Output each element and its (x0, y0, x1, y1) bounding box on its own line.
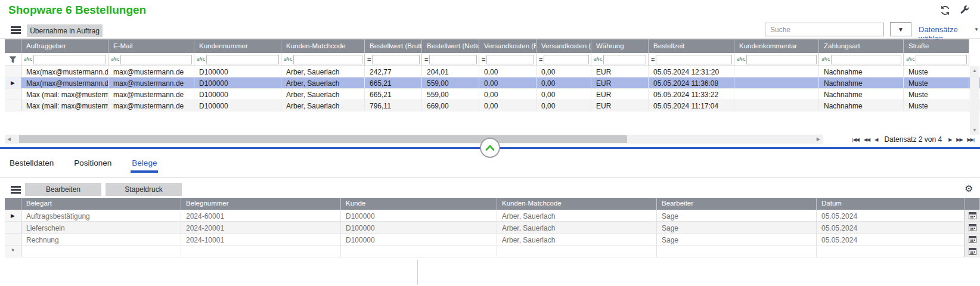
docs-header-marker-cell (5, 198, 21, 210)
wrench-icon[interactable] (960, 5, 969, 16)
scroll-down-icon[interactable]: ▼ (972, 126, 977, 135)
tab-belege[interactable]: Belege (131, 156, 158, 173)
docs-date-picker-3[interactable] (965, 245, 980, 257)
docs-row-marker-3: * (5, 245, 21, 257)
search-input[interactable] (765, 23, 884, 36)
orders-column-header-12[interactable]: Straße (904, 39, 969, 53)
docs-cell: 05.05.2024 (817, 210, 965, 221)
tab-positionen[interactable]: Positionen (73, 156, 113, 173)
orders-column-header-9[interactable]: Bestellzeit (649, 39, 734, 53)
orders-row-3[interactable]: Max (mail: max@musterma...max@mustermann… (5, 100, 980, 111)
equals-filter-icon[interactable]: = (424, 56, 428, 63)
orders-filter-input-10[interactable] (746, 55, 817, 64)
text-filter-icon[interactable]: a%c (284, 57, 292, 62)
text-filter-icon[interactable]: a%c (197, 57, 205, 62)
text-filter-icon[interactable]: a%c (111, 57, 119, 62)
pager-first-button[interactable]: |◀◀ (852, 137, 859, 142)
orders-column-header-1[interactable]: E-Mail (108, 39, 194, 53)
pager-last-button[interactable]: ▶▶| (967, 137, 974, 142)
docs-row-0[interactable]: ▶Auftragsbestätigung2024-60001D100000Arb… (5, 210, 980, 222)
orders-cell: Max (mail: max@musterma... (21, 89, 108, 100)
docs-column-header-5[interactable]: Datum (817, 198, 965, 210)
collapse-panel-button[interactable] (480, 138, 500, 158)
edit-button[interactable]: Bearbeiten (25, 183, 101, 196)
orders-column-header-8[interactable]: Währung (591, 39, 649, 53)
docs-cell: Arber, Sauerlach (497, 222, 657, 233)
orders-horizontal-scrollbar[interactable]: ◀ ▶ (5, 135, 823, 144)
equals-filter-icon[interactable]: = (367, 56, 371, 63)
orders-filter-input-8[interactable] (603, 55, 646, 64)
orders-cell: EUR (591, 77, 649, 88)
search-filter-dropdown-button[interactable]: ▼ (890, 22, 911, 36)
docs-row-2[interactable]: Rechnung2024-10001D100000Arber, Sauerlac… (5, 234, 980, 245)
orders-column-header-5[interactable]: Bestellwert (Netto) (422, 39, 479, 53)
tab-bestelldaten[interactable]: Bestelldaten (8, 156, 55, 173)
orders-cell (734, 100, 819, 111)
text-filter-icon[interactable]: a%c (906, 57, 914, 62)
scroll-left-icon[interactable]: ◀ (5, 136, 13, 142)
scroll-up-icon[interactable]: ▲ (972, 66, 977, 75)
records-caret-icon[interactable]: ▼ (974, 27, 979, 32)
docs-column-header-3[interactable]: Kunden-Matchcode (497, 198, 657, 210)
text-filter-icon[interactable]: a%c (24, 57, 32, 62)
docs-row-3[interactable]: * (5, 245, 980, 257)
orders-filter-input-2[interactable] (206, 55, 279, 64)
orders-cell: max@mustermann.de (108, 77, 194, 88)
orders-vertical-scrollbar[interactable]: ▲ ▼ (970, 66, 979, 135)
docs-column-header-4[interactable]: Bearbeiter (657, 198, 817, 210)
gear-icon[interactable]: ⚙ (965, 183, 973, 194)
equals-filter-icon[interactable]: = (539, 56, 542, 63)
orders-filter-input-1[interactable] (120, 55, 192, 64)
orders-column-header-10[interactable]: Kundenkommentar (734, 39, 819, 53)
orders-row-2[interactable]: Max (mail: max@musterma...max@mustermann… (5, 89, 980, 100)
transfer-to-order-button[interactable]: Übernahme in Auftrag (27, 24, 103, 37)
orders-column-header-7[interactable]: Versandkosten (... (536, 39, 591, 53)
orders-column-header-6[interactable]: Versandkosten (B... (479, 39, 536, 53)
orders-filter-input-0[interactable] (33, 55, 106, 64)
orders-filter-input-4[interactable] (372, 55, 420, 64)
equals-filter-icon[interactable]: = (651, 56, 655, 63)
menu-icon[interactable] (11, 26, 21, 34)
scroll-right-icon[interactable]: ▶ (814, 136, 823, 142)
orders-filter-input-3[interactable] (293, 55, 362, 64)
docs-date-picker-2[interactable] (965, 234, 980, 245)
orders-row-1[interactable]: ▶Max(max@mustermann.de...max@mustermann.… (5, 77, 980, 89)
orders-column-header-2[interactable]: Kundennummer (194, 39, 281, 53)
docs-column-header-0[interactable]: Belegart (21, 198, 181, 210)
orders-filter-marker-cell[interactable] (5, 53, 21, 66)
docs-menu-icon[interactable] (11, 186, 21, 194)
text-filter-icon[interactable]: a%c (737, 57, 745, 62)
docs-cell (21, 245, 181, 257)
orders-cell (734, 89, 819, 100)
orders-row-0[interactable]: Max(max@mustermann.de...max@mustermann.d… (5, 66, 980, 77)
orders-filter-input-7[interactable] (544, 55, 589, 64)
equals-filter-icon[interactable]: = (482, 56, 485, 63)
pager-next-button[interactable]: ▶ (948, 137, 951, 142)
orders-pager: |◀◀ ◀◀ ◀ Datensatz 2 von 4 ▶ ▶▶ ▶▶| (852, 135, 974, 144)
orders-column-header-3[interactable]: Kunden-Matchcode (281, 39, 365, 53)
orders-filter-input-5[interactable] (429, 55, 477, 64)
chevron-up-icon (485, 144, 495, 151)
docs-date-picker-1[interactable] (965, 222, 980, 233)
orders-cell: 242,77 (365, 66, 422, 77)
scrollbar-thumb[interactable] (19, 135, 627, 143)
batch-print-button[interactable]: Stapeldruck (106, 183, 182, 196)
docs-row-1[interactable]: Lieferschein2024-20001D100000Arber, Saue… (5, 222, 980, 234)
orders-filter-input-12[interactable] (916, 55, 967, 64)
docs-date-picker-0[interactable] (965, 210, 980, 221)
orders-filter-input-6[interactable] (486, 55, 534, 64)
docs-column-header-1[interactable]: Belegnummer (181, 198, 341, 210)
orders-filter-input-9[interactable] (656, 55, 732, 64)
orders-column-header-0[interactable]: Auftraggeber (21, 39, 108, 53)
refresh-icon[interactable] (940, 5, 950, 17)
text-filter-icon[interactable]: a%c (821, 57, 830, 62)
text-filter-icon[interactable]: a%c (594, 57, 602, 62)
orders-filter-input-11[interactable] (831, 55, 901, 64)
orders-cell (734, 77, 819, 88)
pager-next-page-button[interactable]: ▶▶ (956, 137, 962, 142)
docs-column-header-2[interactable]: Kunde (341, 198, 497, 210)
pager-prev-page-button[interactable]: ◀◀ (864, 137, 870, 142)
orders-column-header-4[interactable]: Bestellwert (Brutt... (365, 39, 422, 53)
orders-column-header-11[interactable]: Zahlungsart (819, 39, 904, 53)
pager-prev-button[interactable]: ◀ (874, 137, 877, 142)
